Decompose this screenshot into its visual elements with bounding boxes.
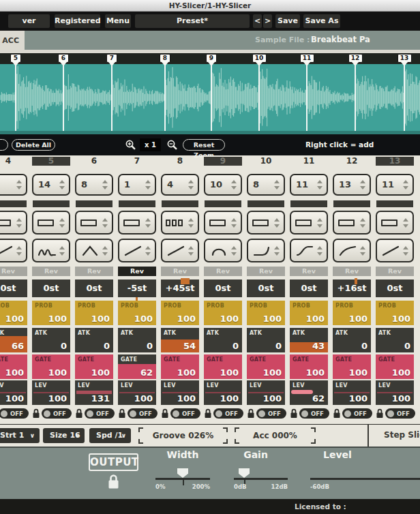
envelope-shape-selector[interactable]: [118, 239, 156, 262]
loop-mode-selector[interactable]: [333, 211, 371, 235]
stepper-arrows[interactable]: [274, 246, 280, 256]
stepper-arrows[interactable]: [274, 218, 280, 228]
arrow-up-icon[interactable]: [231, 218, 237, 222]
slice-select-stepper[interactable]: 1: [118, 174, 156, 196]
arrow-up-icon[interactable]: [274, 180, 280, 183]
loop-mode-selector[interactable]: [247, 211, 285, 235]
lock-icon[interactable]: [75, 408, 83, 419]
arrow-up-icon[interactable]: [59, 246, 65, 250]
attack-cell[interactable]: ATK0: [32, 328, 70, 352]
arrow-up-icon[interactable]: [102, 246, 108, 250]
stepper-arrows[interactable]: [102, 180, 108, 190]
mute-toggle[interactable]: OFF: [127, 408, 158, 419]
slice-select-stepper[interactable]: 11: [376, 174, 414, 196]
loop-mode-selector[interactable]: [118, 211, 156, 235]
slice-select-stepper[interactable]: 10: [204, 174, 242, 196]
arrow-down-icon[interactable]: [102, 224, 108, 228]
slice-select-stepper[interactable]: 13: [333, 174, 371, 196]
gate-cell[interactable]: GATE62: [118, 354, 156, 379]
mute-toggle[interactable]: OFF: [170, 408, 200, 419]
envelope-shape-selector[interactable]: [247, 239, 285, 262]
level-cell[interactable]: LEV100: [333, 380, 371, 405]
arrow-up-icon[interactable]: [188, 246, 194, 250]
pitch-value[interactable]: 0st: [75, 279, 113, 297]
arrow-down-icon[interactable]: [274, 186, 280, 190]
stepper-arrows[interactable]: [360, 180, 366, 190]
arrow-down-icon[interactable]: [231, 252, 237, 256]
attack-cell[interactable]: ATK0: [204, 328, 242, 352]
probability-cell[interactable]: PROB100: [118, 301, 156, 325]
stepper-arrows[interactable]: [59, 218, 65, 228]
mute-toggle[interactable]: OFF: [0, 408, 29, 419]
arrow-down-icon[interactable]: [403, 224, 408, 228]
arrow-down-icon[interactable]: [274, 252, 280, 256]
stepper-arrows[interactable]: [403, 180, 409, 190]
arrow-down-icon[interactable]: [145, 186, 151, 190]
lock-icon[interactable]: [333, 408, 341, 419]
stepper-arrows[interactable]: [231, 246, 237, 256]
reverse-toggle[interactable]: Rev: [118, 267, 156, 276]
loop-mode-selector[interactable]: [204, 211, 242, 235]
arrow-down-icon[interactable]: [231, 186, 237, 190]
arrow-down-icon[interactable]: [403, 186, 408, 190]
slice-select-stepper[interactable]: 8: [247, 174, 285, 196]
arrow-up-icon[interactable]: [274, 246, 280, 250]
envelope-shape-selector[interactable]: [75, 239, 113, 262]
stepper-arrows[interactable]: [360, 218, 366, 228]
reverse-toggle[interactable]: Rev: [376, 267, 414, 276]
envelope-shape-selector[interactable]: [376, 239, 414, 262]
stepper-arrows[interactable]: [403, 246, 409, 256]
arrow-down-icon[interactable]: [231, 224, 237, 228]
stepper-arrows[interactable]: [16, 246, 22, 256]
arrow-down-icon[interactable]: [360, 252, 365, 256]
level-cell[interactable]: LEV100: [247, 380, 285, 405]
probability-cell[interactable]: PROB100: [290, 301, 328, 325]
pitch-value[interactable]: 0st: [290, 279, 328, 297]
arrow-up-icon[interactable]: [188, 180, 194, 183]
arrow-up-icon[interactable]: [360, 180, 365, 183]
pitch-value[interactable]: +45st: [161, 279, 199, 297]
level-cell[interactable]: LEV100: [204, 380, 242, 405]
slider-track[interactable]: [234, 478, 288, 480]
stepper-arrows[interactable]: [145, 180, 151, 190]
arrow-down-icon[interactable]: [16, 224, 22, 228]
mute-toggle[interactable]: OFF: [256, 408, 286, 419]
gate-cell[interactable]: GATE100: [161, 354, 199, 379]
arrow-down-icon[interactable]: [102, 252, 108, 256]
stepper-arrows[interactable]: [16, 218, 22, 228]
arrow-up-icon[interactable]: [403, 180, 408, 183]
arrow-up-icon[interactable]: [102, 180, 108, 183]
stepper-arrows[interactable]: [145, 218, 151, 228]
gate-cell[interactable]: GATE100: [376, 354, 414, 379]
arrow-up-icon[interactable]: [102, 218, 108, 222]
arrow-up-icon[interactable]: [360, 218, 365, 222]
gate-cell[interactable]: GATE100: [247, 354, 285, 379]
attack-cell[interactable]: ATK0: [376, 328, 414, 352]
loop-mode-selector[interactable]: [290, 211, 328, 235]
arrow-up-icon[interactable]: [403, 246, 408, 250]
lock-icon[interactable]: [290, 408, 298, 419]
loop-mode-selector[interactable]: [161, 211, 199, 235]
reverse-toggle[interactable]: Rev: [32, 267, 70, 276]
mute-toggle[interactable]: OFF: [342, 408, 372, 419]
level-cell[interactable]: LEV100: [118, 380, 156, 405]
mute-toggle[interactable]: OFF: [299, 408, 329, 419]
level-cell[interactable]: LEV131: [75, 380, 113, 405]
lock-icon[interactable]: [247, 408, 255, 419]
stepper-arrows[interactable]: [274, 180, 280, 190]
attack-cell[interactable]: ATK0: [247, 328, 285, 352]
arrow-up-icon[interactable]: [145, 246, 151, 250]
lock-icon[interactable]: [204, 408, 212, 419]
stepper-arrows[interactable]: [16, 180, 22, 190]
reverse-toggle[interactable]: Rev: [161, 267, 199, 276]
gate-cell[interactable]: GATE100: [204, 354, 242, 379]
stepper-arrows[interactable]: [231, 180, 237, 190]
stepper-arrows[interactable]: [188, 180, 194, 190]
stepper-arrows[interactable]: [360, 246, 366, 256]
stepper-arrows[interactable]: [231, 218, 237, 228]
pitch-value[interactable]: 0st: [32, 279, 70, 297]
level-cell[interactable]: LEV100: [376, 380, 414, 405]
envelope-shape-selector[interactable]: [161, 239, 199, 262]
slider-handle[interactable]: [177, 468, 188, 478]
lock-icon[interactable]: [32, 408, 40, 419]
